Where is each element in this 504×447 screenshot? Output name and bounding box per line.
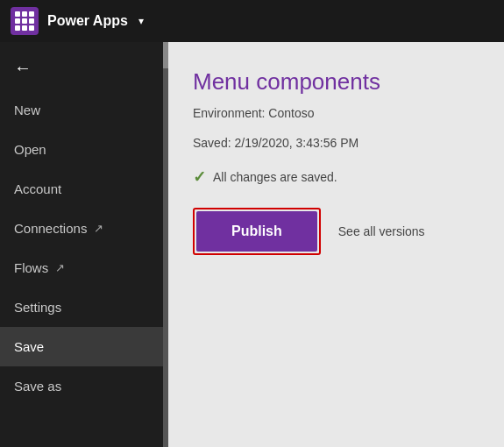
check-icon: ✓ xyxy=(193,167,206,187)
sidebar-item-new-label: New xyxy=(14,103,40,117)
page-title: Menu components xyxy=(193,68,479,96)
waffle-dot xyxy=(22,18,27,24)
chevron-down-icon[interactable]: ▾ xyxy=(138,15,144,27)
waffle-dot xyxy=(29,25,34,31)
sidebar-item-new[interactable]: New xyxy=(0,90,163,130)
back-arrow-icon: ← xyxy=(14,58,32,78)
scroll-thumb xyxy=(163,42,168,68)
sidebar-item-connections[interactable]: Connections ↗ xyxy=(0,209,163,248)
topbar: Power Apps ▾ xyxy=(0,0,504,42)
app-title: Power Apps xyxy=(47,13,128,29)
publish-button-wrapper: Publish xyxy=(193,208,321,255)
sidebar-item-open[interactable]: Open xyxy=(0,130,163,169)
sidebar-item-settings-label: Settings xyxy=(14,300,61,315)
sidebar-item-account-label: Account xyxy=(14,181,61,196)
waffle-dot xyxy=(22,25,27,31)
sidebar-item-flows-label: Flows xyxy=(14,260,48,275)
scrollbar[interactable] xyxy=(163,42,168,447)
changes-text: All changes are saved. xyxy=(213,170,337,184)
waffle-icon[interactable] xyxy=(11,7,39,35)
sidebar-item-open-label: Open xyxy=(14,142,46,157)
waffle-dot xyxy=(29,11,34,17)
external-link-icon: ↗ xyxy=(94,222,103,235)
sidebar-item-connections-label: Connections xyxy=(14,221,87,236)
waffle-dot xyxy=(15,18,20,24)
sidebar-item-flows[interactable]: Flows ↗ xyxy=(0,248,163,287)
sidebar: ← New Open Account Connections ↗ Flows ↗… xyxy=(0,42,163,447)
external-link-icon: ↗ xyxy=(55,261,65,274)
sidebar-item-save-label: Save xyxy=(14,339,44,354)
environment-label: Environment: Contoso xyxy=(193,106,479,120)
publish-button[interactable]: Publish xyxy=(196,211,317,252)
changes-status-row: ✓ All changes are saved. xyxy=(193,167,479,187)
back-button[interactable]: ← xyxy=(0,49,163,87)
waffle-dot xyxy=(22,11,27,17)
waffle-dot xyxy=(29,18,34,24)
waffle-dot xyxy=(15,11,20,17)
content-area: Menu components Environment: Contoso Sav… xyxy=(168,42,504,447)
sidebar-item-save[interactable]: Save xyxy=(0,327,163,366)
saved-timestamp: Saved: 2/19/2020, 3:43:56 PM xyxy=(193,136,479,150)
main-layout: ← New Open Account Connections ↗ Flows ↗… xyxy=(0,42,504,447)
sidebar-item-save-as[interactable]: Save as xyxy=(0,366,163,406)
sidebar-item-save-as-label: Save as xyxy=(14,379,61,394)
actions-row: Publish See all versions xyxy=(193,208,479,255)
see-all-versions-link[interactable]: See all versions xyxy=(338,224,425,238)
waffle-dot xyxy=(15,25,20,31)
sidebar-item-settings[interactable]: Settings xyxy=(0,287,163,327)
sidebar-item-account[interactable]: Account xyxy=(0,169,163,209)
